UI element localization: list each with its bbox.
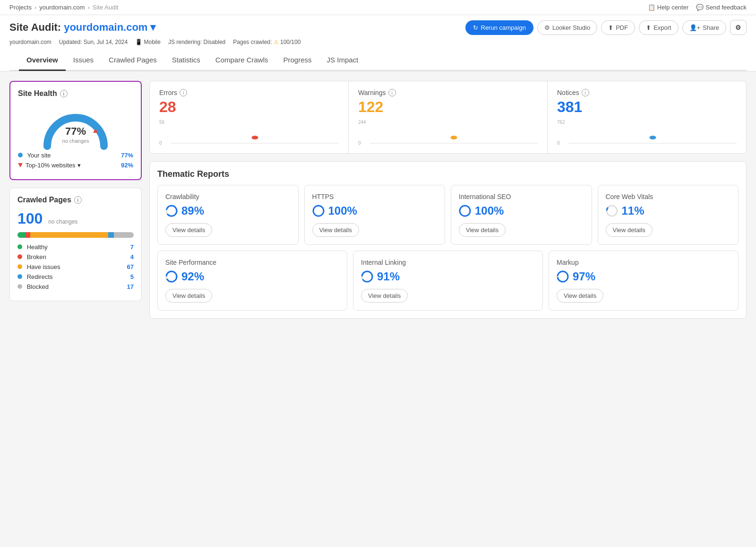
gauge-center-text: 77% no changes	[62, 125, 89, 144]
report-crawlability: Crawlability 89% View details	[157, 185, 299, 245]
issues-label: Have issues	[27, 263, 60, 270]
site-health-info-icon[interactable]: i	[60, 90, 68, 97]
top10-triangle	[18, 163, 23, 167]
view-details-crawlability[interactable]: View details	[165, 223, 212, 237]
notices-spark-svg	[569, 120, 737, 146]
export-button[interactable]: ⬆ Export	[639, 20, 679, 35]
tab-crawled-pages[interactable]: Crawled Pages	[101, 50, 164, 71]
view-details-https[interactable]: View details	[312, 223, 359, 237]
warnings-info-icon[interactable]: i	[388, 89, 396, 96]
breadcrumb-domain[interactable]: yourdomain.com	[39, 4, 85, 11]
breadcrumb-projects[interactable]: Projects	[9, 4, 32, 11]
errors-value: 28	[159, 98, 339, 116]
help-center-link[interactable]: 📋 Help center	[648, 4, 688, 11]
report-cwv-name: Core Web Vitals	[606, 193, 731, 200]
svg-point-6	[649, 136, 656, 139]
gauge-pct: 77%	[62, 125, 89, 138]
pb-issues	[30, 232, 108, 238]
feedback-link[interactable]: 💬 Send feedback	[696, 4, 747, 11]
gauge-container: 77% no changes	[18, 104, 133, 146]
header-actions: ↻ Rerun campaign ⚙ Looker Studio ⬆ PDF ⬆…	[465, 20, 747, 35]
warnings-label: Warnings i	[358, 89, 538, 96]
view-details-markup[interactable]: View details	[557, 289, 603, 303]
metrics-inner: Errors i 28 56 0 Warning	[150, 81, 746, 153]
your-site-dot	[18, 153, 23, 157]
errors-scale-top: 56	[159, 120, 164, 125]
rerun-icon: ↻	[473, 24, 478, 31]
left-column: Site Health i 77% no changes	[9, 81, 142, 319]
tab-compare-crawls[interactable]: Compare Crawls	[208, 50, 276, 71]
pb-broken	[26, 232, 30, 238]
report-markup-name: Markup	[557, 259, 730, 266]
markup-circle-icon	[557, 270, 569, 283]
header: Site Audit: yourdomain.com ▾ ↻ Rerun cam…	[0, 15, 756, 71]
your-site-val: 77%	[121, 152, 133, 159]
pdf-button[interactable]: ⬆ PDF	[601, 20, 635, 35]
nav-tabs: Overview Issues Crawled Pages Statistics…	[9, 50, 747, 71]
meta-row: yourdomain.com Updated: Sun, Jul 14, 202…	[9, 39, 747, 50]
breadcrumb-audit: Site Audit	[93, 4, 119, 11]
broken-label: Broken	[27, 253, 46, 260]
tab-issues[interactable]: Issues	[66, 50, 101, 71]
internal-linking-circle-icon	[361, 270, 373, 283]
view-details-internal-linking[interactable]: View details	[361, 289, 408, 303]
tab-progress[interactable]: Progress	[276, 50, 319, 71]
cwv-circle-icon	[606, 205, 618, 217]
crawl-row-healthy: Healthy 7	[17, 243, 134, 251]
site-audit-title: Site Audit: yourdomain.com ▾	[9, 21, 155, 34]
errors-info-icon[interactable]: i	[180, 89, 187, 96]
redirects-dot	[17, 274, 22, 279]
rerun-campaign-button[interactable]: ↻ Rerun campaign	[465, 20, 533, 35]
svg-point-18	[558, 271, 568, 282]
crawled-total: 100	[17, 210, 43, 227]
redirects-label: Redirects	[27, 273, 53, 280]
view-details-cwv[interactable]: View details	[606, 223, 653, 237]
svg-point-2	[251, 136, 258, 139]
help-icon: 📋	[648, 4, 655, 11]
pdf-icon: ⬆	[608, 24, 613, 31]
meta-device: 📱 Mobile	[135, 39, 161, 45]
svg-point-9	[313, 206, 324, 216]
pb-redirects	[108, 232, 114, 238]
pb-blocked	[114, 232, 134, 238]
reports-top-grid: Crawlability 89% View details HTTPS	[157, 185, 739, 245]
view-details-intl-seo[interactable]: View details	[459, 223, 506, 237]
looker-studio-button[interactable]: ⚙ Looker Studio	[537, 20, 597, 35]
share-button[interactable]: 👤+ Share	[682, 20, 726, 35]
errors-spark-svg	[171, 120, 339, 146]
breadcrumb: Projects › yourdomain.com › Site Audit	[9, 4, 119, 11]
tab-overview[interactable]: Overview	[19, 50, 66, 71]
crawl-row-issues: Have issues 67	[17, 263, 134, 270]
report-markup: Markup 97% View details	[549, 251, 739, 311]
report-intl-seo-pct: 100%	[459, 204, 584, 217]
settings-button[interactable]: ⚙	[730, 20, 747, 35]
dropdown-icon[interactable]: ▾	[150, 21, 155, 34]
report-crawlability-pct: 89%	[165, 204, 291, 217]
notices-sparkline: 762 0	[557, 120, 737, 146]
top10-dropdown-icon[interactable]: ▾	[77, 162, 81, 169]
view-details-site-perf[interactable]: View details	[165, 289, 212, 303]
tab-js-impact[interactable]: JS Impact	[319, 50, 366, 71]
crawl-row-broken: Broken 4	[17, 253, 134, 260]
crawl-row-redirects: Redirects 5	[17, 273, 134, 280]
healthy-dot	[17, 244, 22, 249]
top-actions: 📋 Help center 💬 Send feedback	[648, 4, 747, 11]
report-internal-linking-pct: 91%	[361, 270, 535, 283]
crawl-row-blocked: Blocked 17	[17, 283, 134, 290]
report-internal-linking-name: Internal Linking	[361, 259, 535, 266]
warnings-spark-svg	[370, 120, 538, 146]
report-site-perf-pct: 92%	[165, 270, 339, 283]
crawled-total-row: 100 no changes	[17, 210, 134, 227]
site-perf-circle-icon	[165, 270, 178, 283]
warnings-value: 122	[358, 98, 538, 116]
top10-val: 92%	[121, 162, 133, 169]
errors-scale-bot: 0	[159, 140, 162, 146]
domain-name[interactable]: yourdomain.com	[64, 21, 147, 34]
metrics-container: Errors i 28 56 0 Warning	[149, 81, 747, 154]
issues-dot	[17, 264, 22, 269]
crawled-pages-info-icon[interactable]: i	[74, 196, 82, 204]
notices-info-icon[interactable]: i	[582, 89, 589, 96]
tab-statistics[interactable]: Statistics	[164, 50, 208, 71]
report-site-perf-name: Site Performance	[165, 259, 339, 266]
report-site-perf: Site Performance 92% View details	[157, 251, 347, 311]
